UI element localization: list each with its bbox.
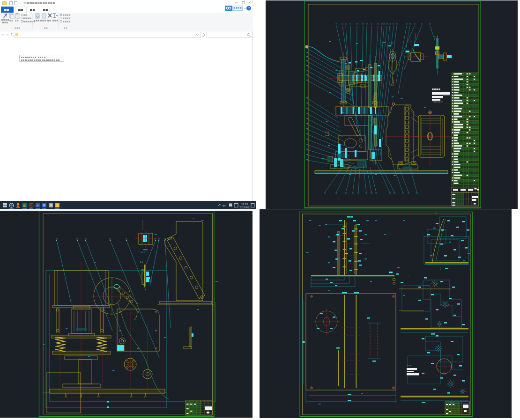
svg-text:B: B: [193, 217, 194, 220]
svg-text:1:1.5: 1:1.5: [407, 364, 412, 367]
svg-text:P: P: [37, 204, 39, 207]
svg-text:E: E: [23, 204, 26, 207]
svg-text:A-A: A-A: [140, 261, 143, 263]
svg-text:HT200-00-00: HT200-00-00: [433, 101, 443, 103]
svg-text:?: ?: [248, 7, 250, 10]
svg-text:1:d 5: 1:d 5: [389, 42, 394, 44]
svg-text:20: 20: [23, 2, 27, 5]
svg-text:1:d 5: 1:d 5: [141, 251, 145, 253]
svg-text:C: C: [409, 274, 410, 277]
svg-text:B: B: [410, 40, 412, 43]
svg-text:d×: d×: [223, 204, 226, 207]
svg-text:1:d 5: 1:d 5: [434, 36, 438, 38]
svg-text:B: B: [436, 212, 437, 214]
svg-text:12:13: 12:13: [241, 203, 248, 206]
svg-text:2021/8/11: 2021/8/11: [239, 206, 251, 209]
svg-text:C: C: [185, 322, 186, 324]
